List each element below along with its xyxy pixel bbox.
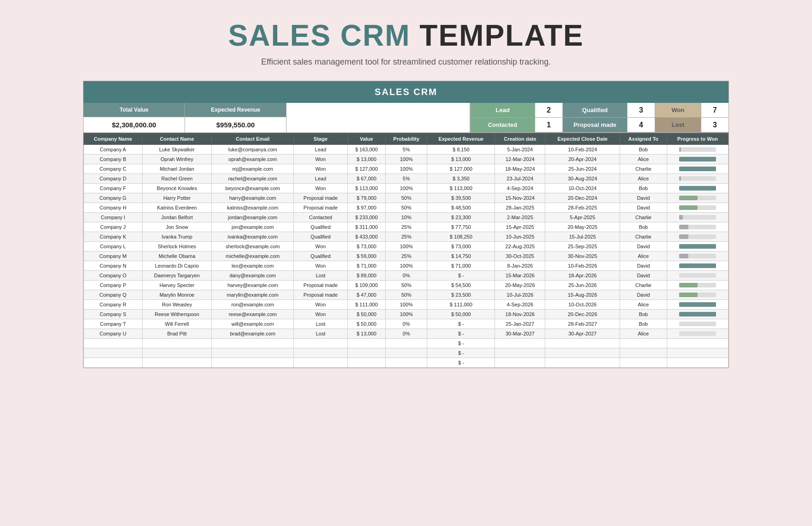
column-header: Company Name [84, 133, 143, 145]
table-cell: Company N [84, 261, 143, 271]
table-cell: Company J [84, 222, 143, 232]
table-cell: 15-Aug-2026 [545, 290, 620, 300]
table-row: Company KIvanka Trumpivanka@example.comQ… [84, 232, 728, 242]
table-cell: 25% [386, 222, 427, 232]
status-label: Qualified [562, 103, 627, 118]
table-cell: 28-Jan-2025 [495, 203, 545, 213]
status-label: Proposal made [562, 118, 627, 132]
table-cell: $ 39,500 [427, 193, 495, 203]
table-cell: $ 47,000 [347, 290, 385, 300]
page-title: SALES CRM TEMPLATE [228, 18, 584, 53]
table-cell: Company O [84, 271, 143, 281]
table-row: Company BOprah Winfreyoprah@example.comW… [84, 155, 728, 164]
table-cell [667, 300, 728, 310]
status-value: 7 [701, 103, 728, 118]
table-cell: reese@example.com [212, 310, 293, 319]
table-cell: $ 13,000 [427, 155, 495, 164]
table-cell: 100% [386, 310, 427, 319]
table-cell [293, 339, 347, 348]
table-cell: $ 54,500 [427, 281, 495, 290]
table-cell: $ 8,150 [427, 145, 495, 155]
table-cell: Company S [84, 310, 143, 319]
table-cell: Contacted [293, 213, 347, 222]
table-cell: Won [293, 242, 347, 251]
table-cell: 30-Mar-2027 [495, 329, 545, 339]
kpi-expected-revenue: Expected Revenue $959,550.00 [185, 103, 287, 132]
table-cell [667, 174, 728, 184]
table-cell: 10-Jul-2026 [495, 290, 545, 300]
table-cell [84, 348, 143, 358]
status-grid: Lead2Qualified3Won7Contacted1Proposal ma… [470, 103, 728, 132]
table-cell [84, 358, 143, 368]
table-cell: Company I [84, 213, 143, 222]
table-cell [142, 358, 212, 368]
table-cell: Alice [620, 300, 667, 310]
table-cell: 25-Jun-2024 [545, 164, 620, 174]
table-cell: 25-Sep-2025 [545, 242, 620, 251]
table-cell: ivanka@example.com [212, 232, 293, 242]
table-cell: Company R [84, 300, 143, 310]
table-cell: Company C [84, 164, 143, 174]
table-cell: Proposal made [293, 203, 347, 213]
table-cell: Company T [84, 319, 143, 329]
table-row: Company FBeyoncé Knowlesbeyonce@example.… [84, 184, 728, 193]
table-cell: 28-Feb-2027 [545, 319, 620, 329]
table-cell: Ron Weasley [142, 300, 212, 310]
table-cell: Company L [84, 242, 143, 251]
table-cell: Company M [84, 251, 143, 261]
table-cell: Won [293, 261, 347, 271]
table-cell: Company K [84, 232, 143, 242]
table-cell: 15-Apr-2025 [495, 222, 545, 232]
status-value: 3 [627, 103, 655, 118]
table-cell: 22-Aug-2025 [495, 242, 545, 251]
table-cell: Company B [84, 155, 143, 164]
table-row: Company NLeonardo Di Caprioleo@example.c… [84, 261, 728, 271]
table-row: Company RRon Weasleyron@example.comWon$ … [84, 300, 728, 310]
table-cell: 0% [386, 271, 427, 281]
table-cell [495, 348, 545, 358]
table-cell: $ 127,000 [427, 164, 495, 174]
table-cell: $ 127,000 [347, 164, 385, 174]
status-value: 3 [701, 118, 728, 132]
table-cell [212, 348, 293, 358]
table-cell [545, 348, 620, 358]
table-cell [212, 358, 293, 368]
table-cell: 12-Mar-2024 [495, 155, 545, 164]
status-value: 4 [627, 118, 655, 132]
table-cell: Michael Jordan [142, 164, 212, 174]
table-cell: Harry Potter [142, 193, 212, 203]
table-cell: $ - [427, 339, 495, 348]
table-cell: $ 13,000 [347, 329, 385, 339]
table-cell: Alice [620, 174, 667, 184]
table-cell [142, 339, 212, 348]
table-cell [667, 155, 728, 164]
table-cell: $ 23,500 [427, 290, 495, 300]
table-cell: Leonardo Di Caprio [142, 261, 212, 271]
table-cell: $ 13,000 [347, 155, 385, 164]
table-row: Company LSherlock Holmessherlock@example… [84, 242, 728, 251]
table-cell: beyonce@example.com [212, 184, 293, 193]
table-cell: $ 71,000 [347, 261, 385, 271]
table-row: Company ODaenerys Targaryendany@example.… [84, 271, 728, 281]
table-cell [495, 358, 545, 368]
table-cell: 4-Sep-2026 [495, 300, 545, 310]
table-cell: Katniss Everdeen [142, 203, 212, 213]
table-cell: $ 79,000 [347, 193, 385, 203]
table-cell: Charlie [620, 281, 667, 290]
table-row: Company UBrad Pittbrad@example.comLost$ … [84, 329, 728, 339]
table-row: Company JJon Snowjon@example.comQualifie… [84, 222, 728, 232]
column-header: Probability [386, 133, 427, 145]
table-cell [667, 203, 728, 213]
table-cell [667, 222, 728, 232]
table-cell: 23-Jul-2024 [495, 174, 545, 184]
table-cell: David [620, 193, 667, 203]
table-cell: 5% [386, 145, 427, 155]
table-cell [212, 339, 293, 348]
table-row: Company PHarvey Specterharvey@example.co… [84, 281, 728, 290]
table-cell [142, 348, 212, 358]
table-cell: $ 111,000 [347, 300, 385, 310]
table-cell [545, 339, 620, 348]
table-cell: $ 433,000 [347, 232, 385, 242]
table-cell [667, 319, 728, 329]
table-cell [667, 261, 728, 271]
